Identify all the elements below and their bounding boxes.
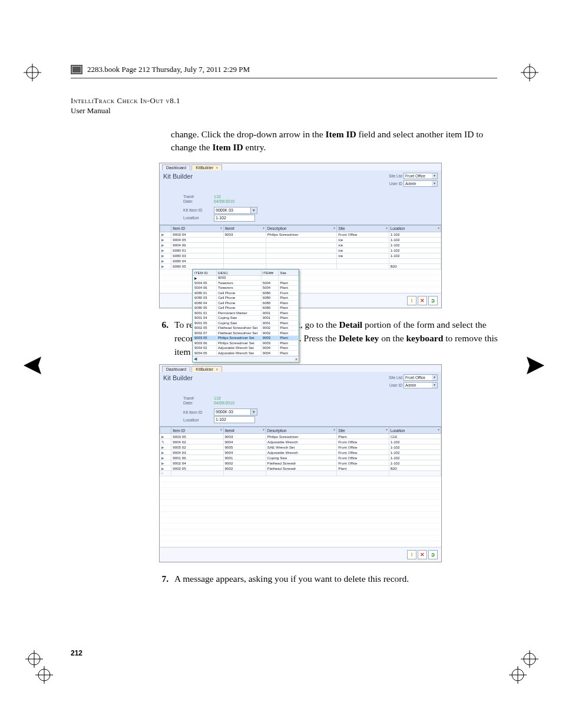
table-row[interactable]: ▶9003 059003Philips ScrewdriverPlantC16 <box>160 434 441 439</box>
col-item-id: Item ID▾ <box>171 427 223 434</box>
tab-dashboard[interactable]: Dashboard <box>162 366 190 372</box>
table-new-row[interactable]: * <box>160 471 441 476</box>
col-site: Site▾ <box>337 427 389 434</box>
lookup-row[interactable]: 9003 05Philips Screwdriver Set9003Plant <box>193 335 299 341</box>
lookup-row[interactable]: ▶9003 <box>193 275 299 281</box>
table-row[interactable]: ▶9004 06ice1-102 <box>160 242 441 248</box>
item-id-lookup-popup[interactable]: ITEM IDDESCITEM#Site ▶90035004 05Tweezer… <box>192 269 299 363</box>
table-row[interactable]: ▶9004 039004Adjustable WrenchFront Offic… <box>160 450 441 455</box>
step-number: 7. <box>158 572 168 585</box>
table-row[interactable]: 9004 029004Adjustable WrenchFront Office… <box>160 439 441 444</box>
registration-mark-icon <box>527 357 544 374</box>
col-location: Location▾ <box>389 427 441 434</box>
book-icon <box>71 65 82 74</box>
lookup-close-icon[interactable]: × <box>295 357 297 361</box>
lookup-row[interactable]: 9001 05Coping Saw9001Plant <box>193 321 299 326</box>
kit-item-id-label: Kit Item ID <box>183 208 211 212</box>
step-text: A message appears, asking you if you wan… <box>174 572 409 585</box>
col-description: Description▾ <box>266 427 336 434</box>
lookup-row[interactable]: 9002 05Flathead Screwdriver Set9002Plant <box>193 325 299 331</box>
footer-save-button[interactable]: ➲ <box>428 550 438 559</box>
location-label: Location <box>183 216 211 220</box>
book-page-tag: 2283.book Page 212 Thursday, July 7, 201… <box>71 65 250 74</box>
date-label: Date: <box>183 199 211 203</box>
table-row[interactable]: ▶9002 049002Flathead ScrewdrFront Office… <box>160 460 441 466</box>
location-label: Location <box>183 418 211 422</box>
lookup-row[interactable]: 6080 01Cell Phone6080Front <box>193 291 299 296</box>
location-input[interactable]: 1-102 <box>214 416 255 423</box>
site-list-dropdown[interactable]: Front Office <box>404 374 438 381</box>
tran-value: 110 <box>214 195 221 199</box>
lookup-prev-icon[interactable]: ◀ <box>194 357 197 361</box>
table-row[interactable]: ▶9001 069001Coping SawFront Office1-102 <box>160 455 441 460</box>
location-input[interactable]: 1-102 <box>214 215 255 222</box>
lookup-row[interactable]: 6080 04Cell Phone6080Plant <box>193 301 299 306</box>
registration-mark-icon <box>521 650 538 668</box>
detail-grid[interactable]: Item ID▾ Item#▾ Description▾ Site▾ Locat… <box>160 225 441 269</box>
table-row[interactable]: ▶6080 04 <box>160 258 441 263</box>
footer-save-button[interactable]: ➲ <box>428 296 438 305</box>
step-number: 6. <box>158 318 168 359</box>
date-value: 04/09/2010 <box>214 401 234 405</box>
lookup-row[interactable]: 9004 02Adjustable Wrench Set9004Plant <box>193 345 299 351</box>
grid-blank-area <box>160 476 441 547</box>
svg-marker-7 <box>527 357 544 374</box>
lookup-row[interactable]: 6080 05Cell Phone6080Plant <box>193 305 299 311</box>
site-list-label: Site List <box>384 174 402 178</box>
tran-label: Tran# <box>183 396 211 400</box>
kit-item-id-dropdown[interactable]: 9000K 03 <box>214 207 257 214</box>
tab-dashboard[interactable]: Dashboard <box>162 164 190 170</box>
panel-title: Kit Builder <box>163 173 193 180</box>
registration-mark-icon <box>521 64 538 81</box>
lookup-row[interactable]: 9001 04Coping Saw9001Plant <box>193 315 299 321</box>
kit-builder-screenshot-1: Dashboard KitBuilder× Kit Builder Site L… <box>159 163 442 308</box>
kit-item-id-dropdown[interactable]: 9000K 03 <box>214 409 257 416</box>
tran-value: 110 <box>214 396 221 400</box>
kit-builder-screenshot-2: Dashboard KitBuilder× Kit Builder Site L… <box>159 364 442 562</box>
lookup-row[interactable]: 9002 07Flathead Screwdriver Set9002Plant <box>193 331 299 336</box>
registration-mark-icon <box>35 666 53 684</box>
book-tag-text: 2283.book Page 212 Thursday, July 7, 201… <box>87 65 250 74</box>
user-id-dropdown[interactable]: Admin <box>404 382 438 388</box>
col-description: Description▾ <box>266 225 336 232</box>
footer-close-button[interactable]: ✕ <box>418 550 427 559</box>
tab-kitbuilder[interactable]: KitBuilder× <box>191 164 222 170</box>
lookup-row[interactable]: 5004 06Tweezers5004Plant <box>193 285 299 291</box>
user-id-label: User ID <box>384 182 402 186</box>
tab-close-icon[interactable]: × <box>216 367 218 371</box>
table-row[interactable]: ▶9005 029005SAE Wrench SetFront Office1-… <box>160 444 441 450</box>
footer-warning-button[interactable]: ! <box>407 296 416 305</box>
bold-item-id: Item ID <box>326 129 356 139</box>
user-id-dropdown[interactable]: Admin <box>404 180 438 187</box>
table-row[interactable]: ▶9002 059002Flathead ScrewdrPlantB20 <box>160 466 441 471</box>
col-item-id: Item ID▾ <box>171 225 223 232</box>
step-7: 7. A message appears, asking you if you … <box>158 572 498 585</box>
bold-item-id-2: Item ID <box>213 142 243 152</box>
footer-warning-button[interactable]: ! <box>407 550 416 559</box>
detail-grid[interactable]: Item ID▾ Item#▾ Description▾ Site▾ Locat… <box>160 427 441 476</box>
site-list-dropdown[interactable]: Front Office <box>404 173 438 179</box>
tab-kitbuilder[interactable]: KitBuilder× <box>191 366 222 372</box>
intro-paragraph: change. Click the drop-down arrow in the… <box>171 128 498 154</box>
col-site: Site▾ <box>337 225 389 232</box>
table-row[interactable]: ▶6080 01ice1-102 <box>160 248 441 253</box>
col-item-num: Item#▾ <box>223 427 266 434</box>
running-header: IntelliTrack Check In-Out v8.1 User Manu… <box>71 96 498 116</box>
tran-label: Tran# <box>183 195 211 199</box>
kit-item-id-label: Kit Item ID <box>183 410 211 414</box>
table-row[interactable]: ▶6080 03ice1-102 <box>160 253 441 258</box>
lookup-row[interactable]: 5004 05Tweezers5004Plant <box>193 281 299 286</box>
panel-title: Kit Builder <box>163 374 193 381</box>
date-label: Date: <box>183 401 211 405</box>
lookup-row[interactable]: 9001 01Permanent Marker9001Plant <box>193 311 299 316</box>
page-number: 212 <box>71 649 82 657</box>
date-value: 04/09/2010 <box>214 199 234 203</box>
registration-mark-icon <box>24 357 41 374</box>
table-row[interactable]: ▶9004 05ice1-102 <box>160 237 441 242</box>
table-row[interactable]: ▶9003 049003Philips ScrewdriverFront Off… <box>160 232 441 237</box>
tab-close-icon[interactable]: × <box>216 166 218 170</box>
lookup-row[interactable]: 9004 05Adjustable Wrench Set9004Plant <box>193 351 299 356</box>
footer-close-button[interactable]: ✕ <box>418 296 427 305</box>
lookup-row[interactable]: 6080 03Cell Phone6080Plant <box>193 295 299 301</box>
lookup-row[interactable]: 9003 06Philips Screwdriver Set9003Plant <box>193 341 299 346</box>
